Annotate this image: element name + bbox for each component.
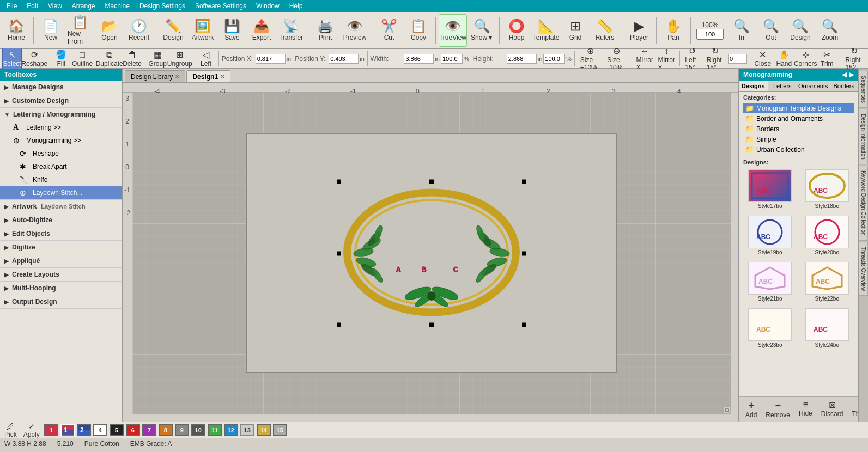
rulers-button[interactable]: 📏 Rulers	[591, 14, 619, 47]
swatch-2-selected[interactable]: 1	[60, 424, 75, 436]
design-item-style23bo[interactable]: ABC Style23bo	[743, 307, 797, 350]
swatch-4[interactable]: 4	[93, 424, 107, 436]
panel-expand-button[interactable]: ▶	[849, 71, 854, 78]
monogramming-item[interactable]: ⊕ Monogramming >>	[0, 134, 122, 147]
handle-bottom-left[interactable]	[337, 323, 341, 327]
digitize-header[interactable]: ▶ Digitize	[0, 241, 122, 254]
applique-header[interactable]: ▶ Appliqué	[0, 254, 122, 267]
width-pct-input[interactable]	[441, 54, 463, 64]
menu-file[interactable]: File	[2, 1, 21, 11]
tab-design-library-close[interactable]: ✕	[175, 74, 179, 80]
panel-collapse-button[interactable]: ◀	[842, 71, 847, 78]
swatch-13[interactable]: 13	[240, 424, 254, 436]
save-button[interactable]: 💾 Save	[218, 14, 246, 47]
pan-button[interactable]: ✋ Pan	[659, 14, 688, 47]
design-item-style24bo[interactable]: ABC Style24bo	[800, 307, 854, 350]
transfer-button[interactable]: 📡 Transfer	[277, 14, 305, 47]
fill-button[interactable]: 🪣 Fill	[51, 48, 71, 69]
reshape-item[interactable]: ⟳ Reshape	[0, 147, 122, 160]
auto-digitize-header[interactable]: ▶ Auto-Digitize	[0, 213, 122, 227]
customize-design-header[interactable]: ▶ Customize Design	[0, 94, 122, 107]
vtab-design-info[interactable]: Design Information	[859, 109, 868, 164]
design-item-style20bo[interactable]: ABC Style20bo	[800, 214, 854, 257]
category-borders[interactable]: 📁 Borders	[743, 124, 854, 134]
canvas-viewport[interactable]: A B C	[132, 93, 731, 414]
handle-top-left[interactable]	[337, 180, 341, 184]
trueview-button[interactable]: 👁️ TrueView	[439, 14, 467, 47]
artwork-button[interactable]: 🖼️ Artwork	[189, 14, 217, 47]
handle-bottom-right[interactable]	[522, 323, 526, 327]
template-button[interactable]: 📐 Template	[532, 14, 560, 47]
zoom-design-button[interactable]: 🔍 Design	[786, 14, 815, 47]
handle-top-center[interactable]	[429, 180, 434, 184]
pos-x-input[interactable]	[256, 54, 286, 64]
cut-button[interactable]: ✂️ Cut	[375, 14, 403, 47]
apply-button[interactable]: ✓ Apply	[21, 422, 42, 439]
add-button[interactable]: + Add	[743, 399, 759, 419]
swatch-14[interactable]: 14	[257, 424, 271, 436]
category-border-ornaments[interactable]: 📁 Border and Ornaments	[743, 113, 854, 124]
rpanel-tab-borders[interactable]: Borders	[829, 81, 858, 91]
remove-button[interactable]: − Remove	[763, 399, 792, 419]
swatch-3-selected[interactable]: 2	[77, 424, 91, 436]
select-button[interactable]: ↖ Select	[2, 48, 22, 69]
multi-hooping-header[interactable]: ▶ Multi-Hooping	[0, 282, 122, 295]
lettering-item[interactable]: A Lettering >>	[0, 121, 122, 134]
height-input[interactable]	[507, 54, 537, 64]
menu-edit[interactable]: Edit	[22, 1, 43, 11]
left-button[interactable]: ◁ Left	[196, 48, 216, 69]
menu-window[interactable]: Window	[252, 1, 284, 11]
manage-designs-header[interactable]: ▶ Manage Designs	[0, 81, 122, 94]
knife-item[interactable]: 🔪 Knife	[0, 173, 122, 186]
group-button[interactable]: ▦ Group	[148, 48, 167, 69]
print-button[interactable]: 🖨️ Print	[311, 14, 339, 47]
recent-button[interactable]: 🕐 Recent	[125, 14, 153, 47]
create-layouts-header[interactable]: ▶ Create Layouts	[0, 268, 122, 281]
export-button[interactable]: 📤 Export	[247, 14, 276, 47]
menu-software-settings[interactable]: Software Settings	[191, 1, 251, 11]
artwork-header[interactable]: ▶ Artwork Laydown Stitch	[0, 200, 122, 213]
swatch-15[interactable]: 15	[273, 424, 287, 436]
new-from-button[interactable]: 📋 New From	[66, 14, 94, 47]
open-button[interactable]: 📂 Open	[95, 14, 124, 47]
swatch-5[interactable]: 5	[110, 424, 124, 436]
handle-top-right[interactable]	[522, 180, 526, 184]
swatch-1[interactable]: 1	[44, 424, 58, 436]
zoom-out-button[interactable]: 🔍 Out	[757, 14, 785, 47]
swatch-11[interactable]: 11	[208, 424, 222, 436]
design-item-style19bo[interactable]: ABC Style19bo	[743, 214, 797, 257]
discard-button[interactable]: ⊠ Discard	[819, 399, 846, 419]
hand-button[interactable]: ✋ Hand	[774, 48, 794, 69]
swatch-9[interactable]: 9	[175, 424, 189, 436]
hoop-button[interactable]: ⭕ Hoop	[502, 14, 531, 47]
delete-button[interactable]: 🗑 Delete	[123, 48, 142, 69]
swatch-8[interactable]: 8	[159, 424, 173, 436]
zoom-button[interactable]: 🔍 Zoom	[816, 14, 844, 47]
tab-design1-close[interactable]: ✕	[220, 74, 224, 80]
output-design-header[interactable]: ▶ Output Design	[0, 295, 122, 308]
menu-view[interactable]: View	[44, 1, 66, 11]
design-button[interactable]: ✏️ Design	[159, 14, 187, 47]
home-button[interactable]: 🏠 Home	[2, 14, 31, 47]
trim-button[interactable]: ✂ Trim	[817, 48, 837, 69]
lettering-monogramming-header[interactable]: ▼ Lettering / Monogramming	[0, 108, 122, 121]
reshape-button[interactable]: ⟳ Reshape	[23, 48, 45, 69]
player-button[interactable]: ▶ Player	[625, 14, 653, 47]
edit-objects-header[interactable]: ▶ Edit Objects	[0, 227, 122, 240]
vertical-scrollbar[interactable]	[731, 93, 738, 414]
rotate-input[interactable]	[728, 54, 747, 64]
corners-button[interactable]: ⊹ Corners	[796, 48, 816, 69]
vtab-threads-overview[interactable]: Threads Overview	[859, 242, 868, 296]
laydown-stitch-item[interactable]: ⊕ Laydown Stitch...	[0, 186, 122, 199]
rpanel-tab-designs[interactable]: Designs	[739, 81, 768, 91]
tab-design-library[interactable]: Design Library ✕	[125, 70, 185, 82]
show-button[interactable]: 🔍 Show▼	[468, 14, 496, 47]
handle-bottom-center[interactable]	[429, 323, 434, 327]
zoom-pct-button[interactable]: 100%	[694, 14, 726, 47]
ungroup-button[interactable]: ⊞ Ungroup	[169, 48, 190, 69]
design-item-style21bo[interactable]: ABC Style21bo	[743, 260, 797, 303]
preview-button[interactable]: 👁️ Preview	[341, 14, 369, 47]
close-button[interactable]: ✕ Close	[753, 48, 773, 69]
swatch-6[interactable]: 6	[126, 424, 140, 436]
rpanel-tab-ornaments[interactable]: Ornaments	[797, 81, 829, 91]
